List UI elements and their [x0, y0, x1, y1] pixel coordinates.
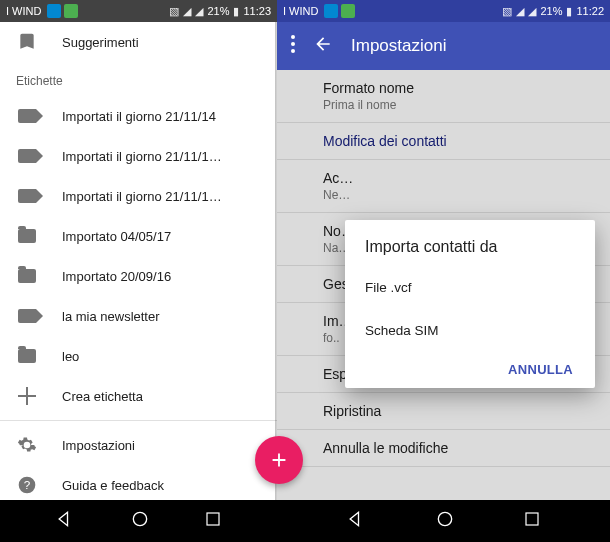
folder-icon [16, 225, 38, 247]
drawer-item-help[interactable]: ? Guida e feedback [0, 465, 277, 500]
drawer-item-label: Impostazioni [62, 438, 135, 453]
section-header-labels: Etichette [0, 62, 277, 96]
clock: 11:23 [243, 5, 271, 17]
dialog-cancel-button[interactable]: ANNULLA [498, 354, 583, 385]
signal-icon: ◢ [528, 5, 536, 18]
drawer-item-suggestions[interactable]: Suggerimenti [0, 22, 277, 62]
svg-rect-8 [526, 513, 538, 525]
drawer-item-label: Guida e feedback [62, 478, 164, 493]
folder-icon [16, 345, 38, 367]
svg-point-5 [291, 42, 295, 46]
battery-text: 21% [540, 5, 562, 17]
app-badge-icon [64, 4, 78, 18]
signal-icon: ◢ [195, 5, 203, 18]
statusbar-left: I WIND ▧ ◢ ◢ 21% ▮ 11:23 [0, 0, 277, 22]
battery-icon: ▮ [233, 5, 239, 18]
nav-back-icon[interactable] [346, 509, 366, 533]
app-badge-icon [47, 4, 61, 18]
android-navbar [0, 500, 277, 542]
folder-icon [16, 265, 38, 287]
svg-point-6 [291, 49, 295, 53]
dialog-title: Importa contatti da [345, 220, 595, 266]
dialog-option-vcf[interactable]: File .vcf [345, 266, 595, 309]
nav-home-icon[interactable] [130, 509, 150, 533]
label-item[interactable]: Importato 20/09/16 [0, 256, 277, 296]
lte-icon: ▧ [502, 5, 512, 18]
nav-back-icon[interactable] [55, 509, 75, 533]
signal-icon: ◢ [183, 5, 191, 18]
clock: 11:22 [576, 5, 604, 17]
help-icon: ? [16, 474, 38, 496]
battery-text: 21% [207, 5, 229, 17]
app-badge-icon [341, 4, 355, 18]
svg-point-7 [438, 512, 451, 525]
settings-list: Formato nome Prima il nome Modifica dei … [277, 70, 610, 500]
fab-add-contact[interactable] [255, 436, 303, 484]
label-item[interactable]: Importato 04/05/17 [0, 216, 277, 256]
create-label-button[interactable]: Crea etichetta [0, 376, 277, 416]
label-item[interactable]: Importati il giorno 21/11/1… [0, 176, 277, 216]
navigation-drawer: Suggerimenti Etichette Importati il gior… [0, 22, 277, 500]
svg-rect-3 [207, 513, 219, 525]
lte-icon: ▧ [169, 5, 179, 18]
svg-point-4 [291, 35, 295, 39]
statusbar-right: I WIND ▧ ◢ ◢ 21% ▮ 11:22 [277, 0, 610, 22]
label-item[interactable]: Importati il giorno 21/11/1… [0, 136, 277, 176]
book-icon [16, 31, 38, 53]
drawer-item-label: Suggerimenti [62, 35, 139, 50]
label-text: Importati il giorno 21/11/1… [62, 189, 222, 204]
signal-icon: ◢ [516, 5, 524, 18]
label-text: leo [62, 349, 79, 364]
appbar: Impostazioni [277, 22, 610, 70]
nav-home-icon[interactable] [435, 509, 455, 533]
svg-point-2 [133, 512, 146, 525]
nav-recent-icon[interactable] [204, 510, 222, 532]
gear-icon [16, 434, 38, 456]
tag-icon [16, 185, 38, 207]
label-text: Importato 20/09/16 [62, 269, 171, 284]
label-text: la mia newsletter [62, 309, 160, 324]
create-label-text: Crea etichetta [62, 389, 143, 404]
dialog-option-sim[interactable]: Scheda SIM [345, 309, 595, 352]
tag-icon [16, 145, 38, 167]
label-item[interactable]: leo [0, 336, 277, 376]
svg-text:?: ? [24, 478, 31, 491]
back-arrow-icon[interactable] [313, 34, 333, 58]
app-badge-icon [324, 4, 338, 18]
plus-icon [16, 385, 38, 407]
tag-icon [16, 105, 38, 127]
divider [0, 420, 277, 421]
battery-icon: ▮ [566, 5, 572, 18]
label-text: Importati il giorno 21/11/1… [62, 149, 222, 164]
appbar-title: Impostazioni [351, 36, 446, 56]
drawer-item-settings[interactable]: Impostazioni [0, 425, 277, 465]
label-text: Importati il giorno 21/11/14 [62, 109, 216, 124]
import-dialog: Importa contatti da File .vcf Scheda SIM… [345, 220, 595, 388]
label-text: Importato 04/05/17 [62, 229, 171, 244]
label-item[interactable]: la mia newsletter [0, 296, 277, 336]
tag-icon [16, 305, 38, 327]
android-navbar [277, 500, 610, 542]
label-item[interactable]: Importati il giorno 21/11/14 [0, 96, 277, 136]
overflow-menu-icon[interactable] [291, 35, 295, 57]
nav-recent-icon[interactable] [523, 510, 541, 532]
carrier-label: I WIND [283, 5, 318, 17]
carrier-label: I WIND [6, 5, 41, 17]
